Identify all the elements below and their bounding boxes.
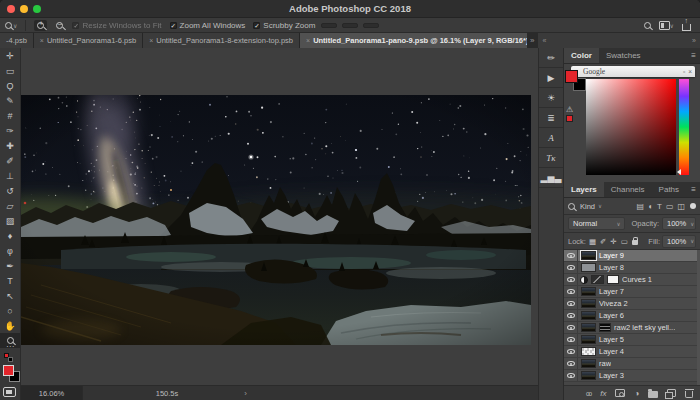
- close-tab-icon[interactable]: ×: [149, 37, 153, 44]
- character-styles-panel-icon[interactable]: A: [539, 128, 563, 148]
- tab-swatches[interactable]: Swatches: [599, 48, 648, 63]
- layer-style-icon[interactable]: fx: [600, 389, 606, 398]
- fill-input[interactable]: 100% ∨: [662, 235, 696, 248]
- brush-tool[interactable]: ✐: [0, 153, 20, 168]
- layer-thumbnail[interactable]: [581, 299, 596, 308]
- visibility-toggle[interactable]: [564, 334, 578, 345]
- visibility-toggle[interactable]: [564, 310, 578, 321]
- foreground-color-swatch[interactable]: [3, 365, 14, 376]
- lock-position-icon[interactable]: ✛: [610, 237, 616, 246]
- eraser-tool[interactable]: ▱: [0, 198, 20, 213]
- scrubby-zoom-checkbox[interactable]: Scrubby Zoom: [253, 21, 315, 30]
- tab-panorama-9[interactable]: × Untitled_Panorama1-pano-9.psb @ 16.1% …: [300, 33, 527, 48]
- filter-pixel-layers-icon[interactable]: ▤: [637, 202, 645, 211]
- visibility-toggle[interactable]: [564, 358, 578, 369]
- zoom-tool-preset[interactable]: ∨: [5, 22, 17, 29]
- clone-source-panel-icon[interactable]: ≣: [539, 108, 563, 128]
- crop-tool[interactable]: #: [0, 108, 20, 123]
- expand-panels-icon[interactable]: »: [692, 37, 696, 44]
- quick-selection-tool[interactable]: ✎: [0, 93, 20, 108]
- lock-pixels-icon[interactable]: ✐: [600, 237, 606, 246]
- visibility-toggle[interactable]: [564, 262, 578, 273]
- default-colors-icon[interactable]: [4, 353, 20, 363]
- character-panel-icon[interactable]: Tκ: [539, 148, 563, 168]
- visibility-toggle[interactable]: [564, 346, 578, 357]
- filter-kind-dropdown[interactable]: Kind: [580, 202, 595, 211]
- foreground-color-swatch[interactable]: [565, 70, 578, 83]
- layer-thumbnail[interactable]: [581, 323, 596, 332]
- layer-row-raw2-left-sky-yell[interactable]: raw2 left sky yell...: [564, 322, 700, 334]
- filter-smart-objects-icon[interactable]: ◫: [677, 202, 685, 211]
- layer-name[interactable]: Layer 4: [599, 347, 624, 356]
- gradient-tool[interactable]: ▨: [0, 213, 20, 228]
- layer-name[interactable]: Layer 6: [599, 311, 624, 320]
- add-layer-mask-icon[interactable]: [615, 389, 625, 397]
- shape-tool[interactable]: ○: [0, 303, 20, 318]
- canvas-image[interactable]: [21, 95, 531, 345]
- lock-artboard-icon[interactable]: ▭: [621, 237, 628, 246]
- layer-row-layer-3[interactable]: Layer 3: [564, 370, 700, 382]
- close-tab-icon[interactable]: ×: [306, 37, 310, 44]
- healing-brush-tool[interactable]: ✚: [0, 138, 20, 153]
- layer-mask-thumbnail[interactable]: [599, 323, 611, 332]
- tab-color[interactable]: Color: [564, 48, 599, 63]
- zoom-all-windows-checkbox[interactable]: Zoom All Windows: [170, 21, 246, 30]
- visibility-toggle[interactable]: [564, 286, 578, 297]
- filter-adjustment-layers-icon[interactable]: ◐: [648, 202, 653, 211]
- layer-name[interactable]: Curves 1: [622, 275, 652, 284]
- collapse-panels-icon[interactable]: «: [542, 37, 546, 44]
- close-window-button[interactable]: [7, 5, 15, 13]
- tab-layers[interactable]: Layers: [564, 182, 604, 197]
- visibility-toggle[interactable]: [564, 250, 578, 261]
- layer-thumbnail[interactable]: [581, 335, 596, 344]
- eyedropper-tool[interactable]: ✑: [0, 123, 20, 138]
- layer-name[interactable]: Layer 7: [599, 287, 624, 296]
- visibility-toggle[interactable]: [564, 322, 578, 333]
- layer-row-layer-4[interactable]: Layer 4: [564, 346, 700, 358]
- layer-thumbnail[interactable]: [581, 347, 596, 356]
- path-selection-tool[interactable]: ↖: [0, 288, 20, 303]
- tab-overflow-chevron[interactable]: »: [527, 33, 537, 48]
- new-group-icon[interactable]: [648, 391, 658, 398]
- layer-row-layer-8[interactable]: Layer 8: [564, 262, 700, 274]
- layer-name[interactable]: Layer 5: [599, 335, 624, 344]
- layer-row-viveza-2[interactable]: Viveza 2: [564, 298, 700, 310]
- layer-thumbnail[interactable]: [581, 311, 596, 320]
- layer-name[interactable]: Layer 9: [599, 251, 624, 260]
- zoom-100-button[interactable]: [321, 23, 337, 28]
- layer-row-curves-1[interactable]: Curves 1: [564, 274, 700, 286]
- share-icon[interactable]: [682, 24, 691, 31]
- floating-window-google[interactable]: Google ▫ ×: [571, 66, 695, 77]
- zoom-out-button[interactable]: [53, 20, 66, 31]
- histogram-panel-icon[interactable]: ▂▅▃: [539, 168, 563, 188]
- restore-window-icon[interactable]: ▫: [683, 68, 685, 75]
- marquee-tool[interactable]: ▭: [0, 63, 20, 78]
- new-adjustment-layer-icon[interactable]: ◑: [634, 389, 639, 398]
- filter-shape-layers-icon[interactable]: ▭: [666, 202, 674, 211]
- lasso-tool[interactable]: Ϙ: [0, 78, 20, 93]
- screen-mode-icon[interactable]: [3, 387, 16, 397]
- layer-name[interactable]: Layer 8: [599, 263, 624, 272]
- layer-name[interactable]: raw2 left sky yell...: [614, 323, 675, 332]
- color-cursor-icon[interactable]: [677, 169, 681, 175]
- layer-name[interactable]: Viveza 2: [599, 299, 628, 308]
- edit-toolbar-ellipsis[interactable]: ⋯: [0, 342, 20, 352]
- tab-paths[interactable]: Paths: [652, 182, 686, 197]
- workspace-switcher[interactable]: ∨: [659, 21, 674, 30]
- actions-panel-icon[interactable]: ▶: [539, 68, 563, 88]
- hue-slider[interactable]: [679, 79, 689, 175]
- layer-row-layer-9[interactable]: Layer 9: [564, 250, 700, 262]
- layer-thumbnail[interactable]: [581, 263, 596, 272]
- pen-tool[interactable]: ✒: [0, 258, 20, 273]
- tab-panorama-6[interactable]: × Untitled_Panorama1-6.psb: [34, 33, 143, 48]
- resize-windows-to-fit-checkbox[interactable]: Resize Windows to Fit: [72, 21, 161, 30]
- blur-tool[interactable]: ♦: [0, 228, 20, 243]
- tab-channels[interactable]: Channels: [604, 182, 652, 197]
- layer-mask-thumbnail[interactable]: [607, 275, 619, 284]
- dodge-tool[interactable]: φ: [0, 243, 20, 258]
- opacity-input[interactable]: 100% ∨: [662, 217, 696, 230]
- fit-screen-button[interactable]: [342, 23, 358, 28]
- close-window-icon[interactable]: ×: [688, 68, 692, 75]
- visibility-toggle[interactable]: [564, 370, 578, 381]
- layer-row-layer-6[interactable]: Layer 6: [564, 310, 700, 322]
